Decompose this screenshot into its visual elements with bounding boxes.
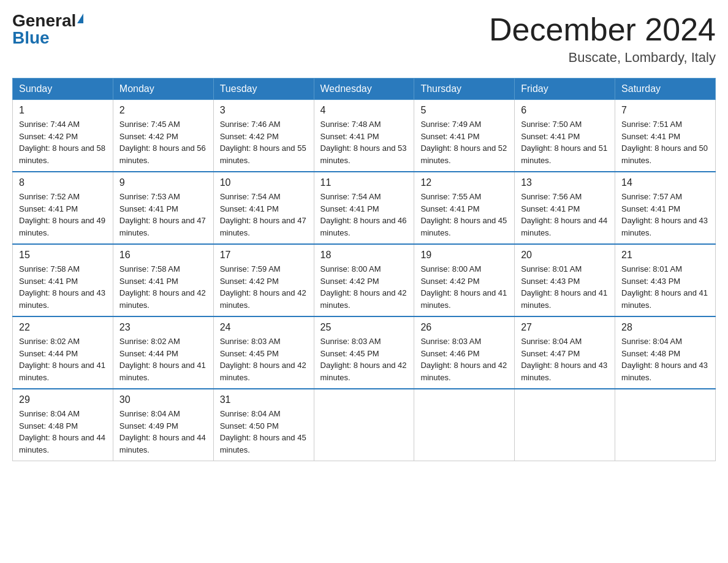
day-number: 8 xyxy=(19,177,107,188)
day-info: Sunrise: 8:01 AMSunset: 4:43 PMDaylight:… xyxy=(621,263,709,311)
day-number: 27 xyxy=(521,322,609,333)
calendar-cell: 6 Sunrise: 7:50 AMSunset: 4:41 PMDayligh… xyxy=(515,100,615,172)
weekday-header-friday: Friday xyxy=(515,79,615,100)
day-info: Sunrise: 7:51 AMSunset: 4:41 PMDaylight:… xyxy=(621,118,709,166)
logo-general-text: General xyxy=(12,12,76,29)
calendar-cell: 22 Sunrise: 8:02 AMSunset: 4:44 PMDaylig… xyxy=(13,316,113,389)
day-number: 18 xyxy=(320,250,408,261)
calendar-header-row: SundayMondayTuesdayWednesdayThursdayFrid… xyxy=(13,79,716,100)
calendar-table: SundayMondayTuesdayWednesdayThursdayFrid… xyxy=(12,78,716,461)
calendar-cell: 23 Sunrise: 8:02 AMSunset: 4:44 PMDaylig… xyxy=(113,316,213,389)
day-info: Sunrise: 8:03 AMSunset: 4:45 PMDaylight:… xyxy=(320,335,408,383)
calendar-cell: 5 Sunrise: 7:49 AMSunset: 4:41 PMDayligh… xyxy=(414,100,515,172)
day-info: Sunrise: 8:01 AMSunset: 4:43 PMDaylight:… xyxy=(521,263,609,311)
calendar-cell: 10 Sunrise: 7:54 AMSunset: 4:41 PMDaylig… xyxy=(213,172,314,244)
calendar-cell: 26 Sunrise: 8:03 AMSunset: 4:46 PMDaylig… xyxy=(414,316,515,389)
day-number: 26 xyxy=(420,322,508,333)
calendar-cell: 9 Sunrise: 7:53 AMSunset: 4:41 PMDayligh… xyxy=(113,172,213,244)
day-number: 6 xyxy=(521,105,609,116)
day-info: Sunrise: 7:52 AMSunset: 4:41 PMDaylight:… xyxy=(19,191,107,239)
day-number: 16 xyxy=(119,250,207,261)
day-number: 10 xyxy=(220,177,308,188)
logo: General Blue xyxy=(12,12,83,47)
calendar-cell: 11 Sunrise: 7:54 AMSunset: 4:41 PMDaylig… xyxy=(314,172,414,244)
day-info: Sunrise: 8:04 AMSunset: 4:47 PMDaylight:… xyxy=(521,335,609,383)
calendar-cell: 27 Sunrise: 8:04 AMSunset: 4:47 PMDaylig… xyxy=(515,316,615,389)
day-number: 22 xyxy=(19,322,107,333)
calendar-cell: 7 Sunrise: 7:51 AMSunset: 4:41 PMDayligh… xyxy=(615,100,716,172)
day-number: 21 xyxy=(621,250,709,261)
day-number: 17 xyxy=(220,250,308,261)
calendar-cell: 18 Sunrise: 8:00 AMSunset: 4:42 PMDaylig… xyxy=(314,244,414,316)
day-info: Sunrise: 7:54 AMSunset: 4:41 PMDaylight:… xyxy=(220,191,308,239)
calendar-cell: 3 Sunrise: 7:46 AMSunset: 4:42 PMDayligh… xyxy=(213,100,314,172)
calendar-cell: 14 Sunrise: 7:57 AMSunset: 4:41 PMDaylig… xyxy=(615,172,716,244)
calendar-cell: 31 Sunrise: 8:04 AMSunset: 4:50 PMDaylig… xyxy=(213,389,314,461)
day-number: 7 xyxy=(621,105,709,116)
day-number: 23 xyxy=(119,322,207,333)
day-info: Sunrise: 8:00 AMSunset: 4:42 PMDaylight:… xyxy=(320,263,408,311)
logo-blue-text: Blue xyxy=(12,29,50,47)
calendar-week-row: 22 Sunrise: 8:02 AMSunset: 4:44 PMDaylig… xyxy=(13,316,716,389)
day-number: 20 xyxy=(521,250,609,261)
calendar-week-row: 15 Sunrise: 7:58 AMSunset: 4:41 PMDaylig… xyxy=(13,244,716,316)
day-number: 29 xyxy=(19,394,107,405)
day-info: Sunrise: 7:57 AMSunset: 4:41 PMDaylight:… xyxy=(621,191,709,239)
day-number: 24 xyxy=(220,322,308,333)
day-number: 4 xyxy=(320,105,408,116)
day-info: Sunrise: 7:54 AMSunset: 4:41 PMDaylight:… xyxy=(320,191,408,239)
calendar-cell: 12 Sunrise: 7:55 AMSunset: 4:41 PMDaylig… xyxy=(414,172,515,244)
day-info: Sunrise: 7:56 AMSunset: 4:41 PMDaylight:… xyxy=(521,191,609,239)
day-number: 31 xyxy=(220,394,308,405)
calendar-week-row: 29 Sunrise: 8:04 AMSunset: 4:48 PMDaylig… xyxy=(13,389,716,461)
weekday-header-saturday: Saturday xyxy=(615,79,716,100)
calendar-cell: 1 Sunrise: 7:44 AMSunset: 4:42 PMDayligh… xyxy=(13,100,113,172)
calendar-cell: 20 Sunrise: 8:01 AMSunset: 4:43 PMDaylig… xyxy=(515,244,615,316)
day-info: Sunrise: 7:58 AMSunset: 4:41 PMDaylight:… xyxy=(119,263,207,311)
day-info: Sunrise: 7:45 AMSunset: 4:42 PMDaylight:… xyxy=(119,118,207,166)
day-number: 9 xyxy=(119,177,207,188)
day-info: Sunrise: 7:55 AMSunset: 4:41 PMDaylight:… xyxy=(420,191,508,239)
calendar-cell xyxy=(414,389,515,461)
calendar-cell: 4 Sunrise: 7:48 AMSunset: 4:41 PMDayligh… xyxy=(314,100,414,172)
day-info: Sunrise: 8:03 AMSunset: 4:46 PMDaylight:… xyxy=(420,335,508,383)
calendar-cell: 28 Sunrise: 8:04 AMSunset: 4:48 PMDaylig… xyxy=(615,316,716,389)
calendar-cell: 2 Sunrise: 7:45 AMSunset: 4:42 PMDayligh… xyxy=(113,100,213,172)
calendar-cell: 24 Sunrise: 8:03 AMSunset: 4:45 PMDaylig… xyxy=(213,316,314,389)
day-info: Sunrise: 8:03 AMSunset: 4:45 PMDaylight:… xyxy=(220,335,308,383)
calendar-cell: 19 Sunrise: 8:00 AMSunset: 4:42 PMDaylig… xyxy=(414,244,515,316)
day-number: 28 xyxy=(621,322,709,333)
day-info: Sunrise: 8:04 AMSunset: 4:49 PMDaylight:… xyxy=(119,408,207,456)
location-text: Buscate, Lombardy, Italy xyxy=(489,50,716,66)
calendar-cell xyxy=(615,389,716,461)
day-info: Sunrise: 7:53 AMSunset: 4:41 PMDaylight:… xyxy=(119,191,207,239)
day-number: 15 xyxy=(19,250,107,261)
day-info: Sunrise: 8:04 AMSunset: 4:50 PMDaylight:… xyxy=(220,408,308,456)
day-number: 25 xyxy=(320,322,408,333)
calendar-cell: 30 Sunrise: 8:04 AMSunset: 4:49 PMDaylig… xyxy=(113,389,213,461)
day-info: Sunrise: 7:46 AMSunset: 4:42 PMDaylight:… xyxy=(220,118,308,166)
day-number: 30 xyxy=(119,394,207,405)
calendar-cell: 13 Sunrise: 7:56 AMSunset: 4:41 PMDaylig… xyxy=(515,172,615,244)
calendar-week-row: 8 Sunrise: 7:52 AMSunset: 4:41 PMDayligh… xyxy=(13,172,716,244)
weekday-header-wednesday: Wednesday xyxy=(314,79,414,100)
title-section: December 2024 Buscate, Lombardy, Italy xyxy=(489,12,716,66)
calendar-cell: 8 Sunrise: 7:52 AMSunset: 4:41 PMDayligh… xyxy=(13,172,113,244)
logo-triangle-icon xyxy=(77,13,83,23)
calendar-cell: 29 Sunrise: 8:04 AMSunset: 4:48 PMDaylig… xyxy=(13,389,113,461)
day-info: Sunrise: 7:49 AMSunset: 4:41 PMDaylight:… xyxy=(420,118,508,166)
day-info: Sunrise: 8:04 AMSunset: 4:48 PMDaylight:… xyxy=(19,408,107,456)
weekday-header-thursday: Thursday xyxy=(414,79,515,100)
day-info: Sunrise: 7:59 AMSunset: 4:42 PMDaylight:… xyxy=(220,263,308,311)
calendar-cell: 17 Sunrise: 7:59 AMSunset: 4:42 PMDaylig… xyxy=(213,244,314,316)
calendar-cell: 16 Sunrise: 7:58 AMSunset: 4:41 PMDaylig… xyxy=(113,244,213,316)
day-info: Sunrise: 8:02 AMSunset: 4:44 PMDaylight:… xyxy=(19,335,107,383)
calendar-cell: 15 Sunrise: 7:58 AMSunset: 4:41 PMDaylig… xyxy=(13,244,113,316)
day-info: Sunrise: 7:58 AMSunset: 4:41 PMDaylight:… xyxy=(19,263,107,311)
page-header: General Blue December 2024 Buscate, Lomb… xyxy=(12,12,716,66)
month-title: December 2024 xyxy=(489,12,716,47)
calendar-week-row: 1 Sunrise: 7:44 AMSunset: 4:42 PMDayligh… xyxy=(13,100,716,172)
day-number: 5 xyxy=(420,105,508,116)
weekday-header-tuesday: Tuesday xyxy=(213,79,314,100)
weekday-header-monday: Monday xyxy=(113,79,213,100)
